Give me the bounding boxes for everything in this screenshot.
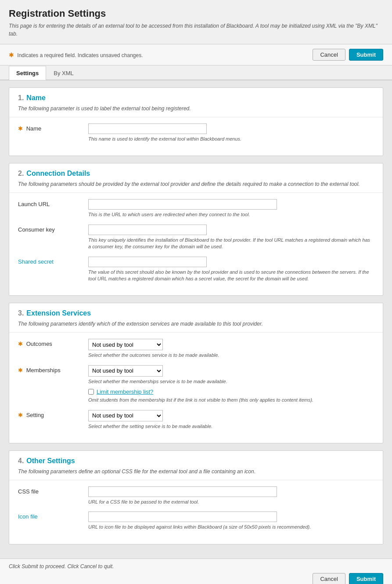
- shared-secret-hint: The value of this secret should also be …: [88, 269, 374, 283]
- name-label: ✱ Name: [18, 123, 88, 132]
- section-connection-header: 2. Connection Details The following para…: [9, 163, 383, 193]
- section-extension-header: 3. Extension Services The following para…: [9, 303, 383, 333]
- top-action-bar: ✱ Indicates a required field. Indicates …: [0, 44, 392, 65]
- section-1-title: Name: [26, 94, 46, 102]
- section-extension: 3. Extension Services The following para…: [9, 303, 383, 443]
- icon-file-hint: URL to icon file to be displayed against…: [88, 524, 374, 530]
- footer-cancel-button[interactable]: Cancel: [313, 573, 345, 584]
- memberships-label: ✱ Memberships: [18, 365, 88, 374]
- shared-secret-label: Shared secret: [18, 257, 88, 265]
- css-file-hint: URL for a CSS file to be passed to the e…: [88, 499, 374, 505]
- shared-secret-input[interactable]: [88, 257, 207, 267]
- footer-buttons: Cancel Submit: [9, 573, 383, 584]
- memberships-field: Not used by tool Used by tool Select whe…: [88, 365, 374, 404]
- outcomes-field: Not used by tool Used by tool Select whe…: [88, 339, 374, 359]
- section-1-number: 1.: [18, 94, 24, 102]
- memberships-required-star: ✱: [18, 367, 23, 374]
- setting-hint: Select whether the setting service is to…: [88, 423, 374, 430]
- section-4-body: CSS file URL for a CSS file to be passed…: [9, 480, 383, 544]
- icon-file-input[interactable]: [88, 511, 277, 522]
- consumer-key-field: This key uniquely identifies the install…: [88, 225, 374, 250]
- name-field-row: ✱ Name This name is used to identify the…: [18, 123, 374, 142]
- consumer-key-input[interactable]: [88, 225, 207, 235]
- memberships-hint: Select whether the memberships service i…: [88, 378, 374, 385]
- limit-membership-label[interactable]: Limit membership list?: [97, 388, 153, 395]
- launch-url-row: Launch URL This is the URL to which user…: [18, 199, 374, 218]
- tab-settings[interactable]: Settings: [9, 66, 46, 80]
- required-note: ✱ Indicates a required field. Indicates …: [9, 51, 143, 58]
- shared-secret-row: Shared secret The value of this secret s…: [18, 257, 374, 283]
- section-4-title: Other Settings: [26, 457, 75, 465]
- memberships-row: ✱ Memberships Not used by tool Used by t…: [18, 365, 374, 404]
- launch-url-label: Launch URL: [18, 199, 88, 207]
- section-2-desc: The following parameters should be provi…: [18, 180, 374, 188]
- limit-membership-checkbox[interactable]: [88, 389, 94, 395]
- launch-url-input[interactable]: [88, 199, 277, 210]
- outcomes-row: ✱ Outcomes Not used by tool Used by tool…: [18, 339, 374, 359]
- footer-note: Click Submit to proceed. Click Cancel to…: [9, 563, 383, 569]
- section-2-title: Connection Details: [26, 170, 90, 178]
- css-file-row: CSS file URL for a CSS file to be passed…: [18, 486, 374, 505]
- section-3-body: ✱ Outcomes Not used by tool Used by tool…: [9, 333, 383, 443]
- section-3-number: 3.: [18, 309, 24, 317]
- name-hint: This name is used to identify the extern…: [88, 136, 374, 142]
- css-file-field: URL for a CSS file to be passed to the e…: [88, 486, 374, 505]
- footer-submit-button[interactable]: Submit: [349, 573, 383, 584]
- launch-url-hint: This is the URL to which users are redir…: [88, 211, 374, 218]
- section-extension-title-row: 3. Extension Services: [18, 309, 374, 317]
- setting-select[interactable]: Not used by tool Used by tool: [88, 410, 163, 421]
- page-title: Registration Settings: [9, 8, 383, 19]
- memberships-select[interactable]: Not used by tool Used by tool: [88, 365, 163, 377]
- name-required-star: ✱: [18, 125, 23, 132]
- outcomes-label: ✱ Outcomes: [18, 339, 88, 347]
- icon-file-label: Icon file: [18, 511, 88, 520]
- shared-secret-field: The value of this secret should also be …: [88, 257, 374, 283]
- outcomes-hint: Select whether the outcomes service is t…: [88, 352, 374, 359]
- required-star-icon: ✱: [9, 51, 14, 58]
- limit-membership-row: Limit membership list?: [88, 388, 374, 395]
- icon-file-row: Icon file URL to icon file to be display…: [18, 511, 374, 530]
- section-other: 4. Other Settings The following paramete…: [9, 450, 383, 544]
- tabs-bar: Settings By XML: [0, 65, 392, 80]
- limit-membership-hint: Omit students from the membership list i…: [88, 397, 374, 403]
- top-cancel-button[interactable]: Cancel: [313, 49, 345, 61]
- outcomes-required-star: ✱: [18, 341, 23, 347]
- page-header: Registration Settings This page is for e…: [0, 0, 392, 44]
- setting-required-star: ✱: [18, 412, 23, 418]
- consumer-key-label: Consumer key: [18, 225, 88, 233]
- section-other-header: 4. Other Settings The following paramete…: [9, 451, 383, 480]
- section-connection: 2. Connection Details The following para…: [9, 163, 383, 296]
- section-4-desc: The following parameters define an optio…: [18, 468, 374, 475]
- section-3-title: Extension Services: [26, 309, 91, 317]
- name-input[interactable]: [88, 123, 207, 134]
- consumer-key-hint: This key uniquely identifies the install…: [88, 237, 374, 250]
- main-content: 1. Name The following parameter is used …: [0, 80, 392, 559]
- section-other-title-row: 4. Other Settings: [18, 457, 374, 465]
- section-name-header: 1. Name The following parameter is used …: [9, 88, 383, 117]
- section-3-desc: The following parameters identify which …: [18, 320, 374, 328]
- section-4-number: 4.: [18, 457, 24, 465]
- page-description: This page is for entering the details of…: [9, 22, 383, 38]
- css-file-input[interactable]: [88, 486, 277, 497]
- css-file-label: CSS file: [18, 486, 88, 495]
- section-2-number: 2.: [18, 170, 24, 178]
- outcomes-select[interactable]: Not used by tool Used by tool: [88, 339, 163, 350]
- section-2-body: Launch URL This is the URL to which user…: [9, 193, 383, 295]
- setting-label: ✱ Setting: [18, 410, 88, 418]
- launch-url-field: This is the URL to which users are redir…: [88, 199, 374, 218]
- setting-field: Not used by tool Used by tool Select whe…: [88, 410, 374, 430]
- section-1-body: ✱ Name This name is used to identify the…: [9, 117, 383, 156]
- consumer-key-row: Consumer key This key uniquely identifie…: [18, 225, 374, 250]
- section-1-desc: The following parameter is used to label…: [18, 105, 374, 112]
- tab-by-xml[interactable]: By XML: [46, 66, 81, 80]
- setting-row: ✱ Setting Not used by tool Used by tool …: [18, 410, 374, 430]
- section-name: 1. Name The following parameter is used …: [9, 87, 383, 156]
- top-submit-button[interactable]: Submit: [349, 49, 383, 61]
- section-connection-title-row: 2. Connection Details: [18, 170, 374, 178]
- footer-bar: Click Submit to proceed. Click Cancel to…: [0, 559, 392, 584]
- top-action-buttons: Cancel Submit: [313, 49, 383, 61]
- section-name-title-row: 1. Name: [18, 94, 374, 102]
- name-field: This name is used to identify the extern…: [88, 123, 374, 142]
- page-wrapper: Registration Settings This page is for e…: [0, 0, 392, 584]
- icon-file-field: URL to icon file to be displayed against…: [88, 511, 374, 530]
